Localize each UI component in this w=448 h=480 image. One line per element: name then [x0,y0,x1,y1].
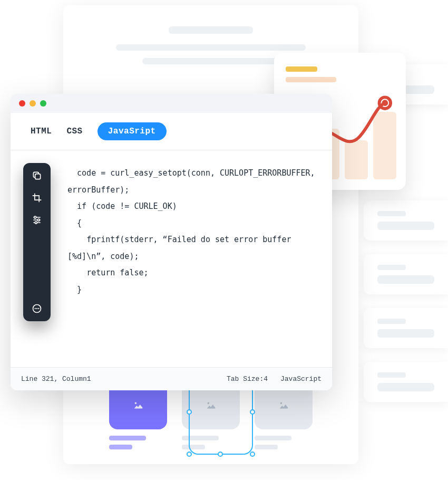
image-icon [205,399,217,411]
svg-point-6 [35,222,37,224]
svg-point-8 [35,308,36,309]
window-close-button[interactable] [19,100,25,107]
tab-css[interactable]: CSS [66,127,82,136]
language-mode[interactable]: JavaScript [280,375,322,383]
svg-point-9 [36,308,37,309]
image-icon [278,399,289,411]
tab-html[interactable]: HTML [31,127,52,136]
svg-point-4 [34,216,36,218]
resize-handle[interactable] [218,452,223,457]
code-content[interactable]: code = curl_easy_setopt(conn, CURLOPT_ER… [11,150,332,367]
copy-icon[interactable] [32,170,42,181]
image-icon [132,399,144,411]
svg-point-5 [37,219,40,221]
resize-handle[interactable] [250,452,255,457]
cursor-position: Line 321, Column1 [21,375,91,383]
svg-point-10 [38,308,39,309]
thumbnail-gallery [63,381,358,449]
svg-point-0 [382,100,388,106]
language-tabs: HTML CSS JavaSript [11,113,332,150]
list-card [364,308,448,348]
legend-swatch [286,77,336,82]
svg-rect-3 [35,174,41,179]
list-card [364,362,448,402]
legend-swatch [286,66,317,72]
sliders-icon[interactable] [32,215,42,225]
more-icon[interactable] [32,303,42,314]
window-minimize-button[interactable] [30,100,36,107]
list-card [364,254,448,294]
tab-size[interactable]: Tab Size:4 [227,375,268,383]
status-bar: Line 321, Column1 Tab Size:4 JavaScript [11,367,332,390]
placeholder-line [142,58,279,64]
code-editor-window: HTML CSS JavaSript code = curl_easy_seto… [11,94,332,390]
list-card [364,200,448,241]
tool-sidebar [23,163,51,321]
placeholder-line [116,44,306,51]
resize-handle[interactable] [187,452,192,457]
window-titlebar[interactable] [11,94,332,113]
thumbnail-selected[interactable] [109,381,167,449]
placeholder-title [169,26,253,34]
tab-javascript[interactable]: JavaSript [98,122,167,140]
window-zoom-button[interactable] [40,100,46,107]
thumbnail[interactable] [182,381,240,449]
thumbnail[interactable] [255,381,313,449]
crop-icon[interactable] [32,193,42,203]
